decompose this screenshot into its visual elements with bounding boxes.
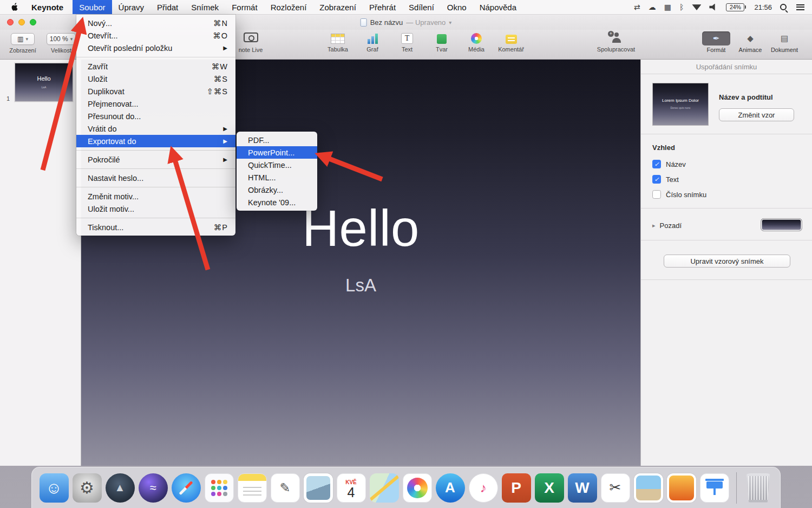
menu-item-duplikovat[interactable]: Duplikovat ⇧⌘S [76, 85, 235, 97]
menu-item-ulozit-motiv[interactable]: Uložit motiv... [76, 203, 235, 215]
option-nazev[interactable]: ✓ Název [652, 159, 686, 169]
dock-item-maps[interactable] [370, 473, 399, 503]
dock-item-launchpad[interactable]: ▲ [106, 473, 135, 503]
menu-item-zmenit-motiv[interactable]: Změnit motiv... [76, 190, 235, 203]
chart-tool-button[interactable]: Graf [360, 32, 385, 53]
dock-item-powerpoint[interactable]: P [502, 473, 531, 503]
submenu-item-pdf[interactable]: PDF... [237, 134, 317, 146]
zoom-button[interactable]: 100 % ▾ [47, 33, 76, 45]
spotlight-icon[interactable] [780, 4, 787, 10]
menubar-menu-upravy[interactable]: Úpravy [112, 0, 151, 14]
table-tool-button[interactable]: Tabulka [325, 32, 350, 53]
dock-item-word[interactable]: W [568, 473, 597, 503]
submenu-item-keynote-09[interactable]: Keynote '09... [237, 196, 317, 209]
checkbox-text[interactable]: ✓ [652, 175, 661, 184]
background-row[interactable]: ▸ Pozadí [652, 222, 682, 230]
minimize-button[interactable] [18, 19, 25, 25]
option-cislo-snimku[interactable]: Číslo snímku [652, 190, 706, 199]
zoom-button[interactable] [30, 19, 36, 25]
submenu-item-obrazky[interactable]: Obrázky... [237, 184, 317, 196]
menubar-menu-okno[interactable]: Okno [441, 0, 473, 14]
wifi-icon[interactable] [692, 4, 701, 10]
checkbox-nazev[interactable]: ✓ [652, 160, 661, 168]
window-manager-icon[interactable]: ▦ [664, 3, 671, 11]
menubar-clock[interactable]: 21:56 [754, 3, 772, 11]
animate-tab[interactable]: ◆ Animace [735, 31, 765, 53]
menubar-menu-prehrat[interactable]: Přehrát [363, 0, 402, 14]
menu-item-otevrit-posledni[interactable]: Otevřít poslední položku ▶ [76, 42, 235, 54]
submenu-item-quicktime[interactable]: QuickTime... [237, 159, 317, 171]
title-chevron-icon[interactable]: ▾ [449, 19, 451, 25]
text-tool-button[interactable]: T Text [395, 32, 420, 53]
edit-master-button[interactable]: Upravit vzorový snímek [664, 255, 790, 268]
submenu-item-html[interactable]: HTML... [237, 171, 317, 184]
dock-item-keynote[interactable] [700, 473, 729, 503]
menubar-menu-pridat[interactable]: Přidat [150, 0, 185, 14]
format-tab[interactable]: ✒ Formát [701, 31, 731, 53]
background-label: Pozadí [660, 222, 682, 230]
submenu-item-powerpoint[interactable]: PowerPoint... [237, 146, 317, 159]
option-text[interactable]: ✓ Text [652, 174, 679, 184]
dock-item-app-grid[interactable] [205, 473, 234, 503]
comment-tool-button[interactable]: Komentář [499, 32, 523, 53]
dock-item-textedit[interactable]: ✎ [271, 473, 300, 503]
view-button[interactable]: ▥ ▾ [11, 33, 35, 45]
keynote-live-button[interactable]: note Live [233, 31, 268, 53]
menubar-menu-soubor[interactable]: Soubor [73, 0, 112, 14]
menu-item-pokrocile[interactable]: Pokročilé ▶ [76, 153, 235, 166]
master-slide-preview[interactable]: Lorem Ipsum Dolor Donec quis nunc [652, 83, 709, 126]
menubar-menu-sdileni[interactable]: Sdílení [402, 0, 441, 14]
collaborate-button[interactable]: + Spolupracovat [593, 32, 639, 53]
close-button[interactable] [7, 19, 14, 25]
menubar-menu-snimek[interactable]: Snímek [185, 0, 225, 14]
menu-item-vratit-do[interactable]: Vrátit do ▶ [76, 122, 235, 135]
dock-item-trash[interactable] [744, 473, 773, 503]
dock-item-photo-sunset[interactable] [667, 473, 696, 503]
menu-item-label: Přesunout do... [88, 112, 141, 121]
menu-separator [76, 187, 235, 187]
dock-item-photo-landscape[interactable] [634, 473, 663, 503]
dock-item-siri[interactable]: ≈ [139, 473, 168, 503]
dock-item-app-store[interactable]: A [436, 473, 465, 503]
shape-tool-button[interactable]: Tvar [429, 32, 454, 53]
menu-item-presunout-do[interactable]: Přesunout do... [76, 110, 235, 122]
menu-item-zavrit[interactable]: Zavřít ⌘W [76, 60, 235, 73]
menubar-app-name[interactable]: Keynote [24, 0, 73, 14]
dock-item-system-preferences[interactable]: ⚙ [73, 473, 102, 503]
battery-indicator[interactable]: 24% [726, 3, 746, 11]
cloud-icon[interactable]: ☁ [649, 3, 656, 11]
dock-item-photos[interactable] [403, 473, 432, 503]
menubar-menu-napoveda[interactable]: Nápověda [473, 0, 523, 14]
disclosure-icon[interactable]: ▸ [652, 222, 656, 229]
dock-item-finder[interactable]: ☺ [40, 473, 69, 503]
dock-item-safari[interactable] [172, 473, 201, 503]
menu-item-nastavit-heslo[interactable]: Nastavit heslo... [76, 172, 235, 184]
menubar-menu-format[interactable]: Formát [225, 0, 264, 14]
background-color-well[interactable] [761, 218, 802, 231]
media-tool-button[interactable]: Média [464, 32, 489, 53]
dock-item-itunes[interactable]: ♪ [469, 473, 498, 503]
dock-item-excel[interactable]: X [535, 473, 564, 503]
notification-center-icon[interactable] [796, 4, 804, 10]
checkbox-cislo-snimku[interactable] [652, 190, 661, 199]
slide-subtitle-text[interactable]: LsA [81, 275, 640, 296]
menu-item-novy[interactable]: Nový... ⌘N [76, 17, 235, 29]
volume-icon[interactable] [709, 4, 718, 11]
menubar-menu-rozlozeni[interactable]: Rozložení [264, 0, 313, 14]
dock-item-calendar[interactable]: KVĚ 4 [337, 473, 366, 503]
document-tab[interactable]: ▤ Dokument [769, 31, 800, 53]
dock-item-notes[interactable] [238, 473, 267, 503]
menu-item-otevrit[interactable]: Otevřít... ⌘O [76, 29, 235, 42]
menu-item-exportovat-do[interactable]: Exportovat do ▶ [76, 135, 235, 147]
input-switch-icon[interactable]: ⇄ [634, 3, 640, 11]
menu-item-ulozit[interactable]: Uložit ⌘S [76, 73, 235, 85]
change-master-button[interactable]: Změnit vzor [719, 108, 794, 121]
bluetooth-icon[interactable]: ᛒ [679, 3, 684, 11]
menubar-menu-zobrazeni[interactable]: Zobrazení [313, 0, 363, 14]
dock-item-mail-stamp[interactable] [304, 473, 333, 503]
slide-thumbnail[interactable]: Hello LsA [15, 63, 73, 102]
menu-item-tisknout[interactable]: Tisknout... ⌘P [76, 221, 235, 233]
apple-menu[interactable] [0, 0, 24, 14]
menu-item-prejmenovat[interactable]: Přejmenovat... [76, 97, 235, 110]
dock-item-screenshot-tool[interactable]: ✂ [601, 473, 630, 503]
